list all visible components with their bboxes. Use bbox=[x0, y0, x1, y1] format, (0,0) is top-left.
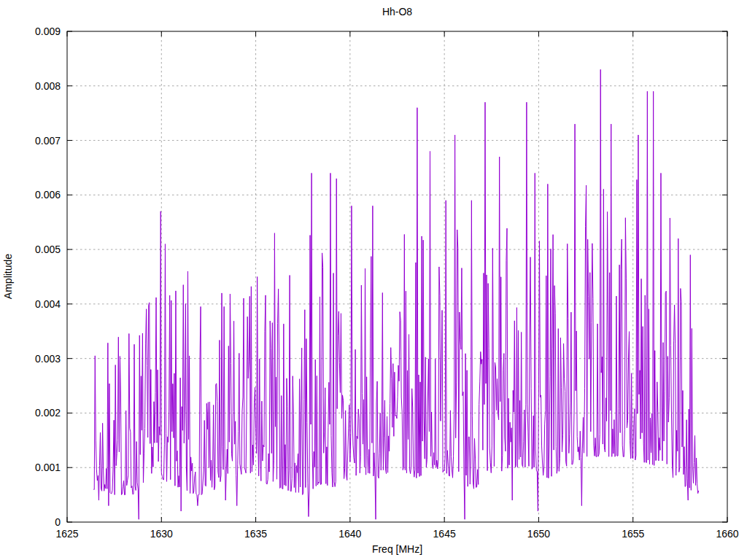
y-tick-label: 0.009 bbox=[35, 26, 61, 37]
y-tick-label: 0 bbox=[55, 516, 61, 528]
x-tick-label: 1645 bbox=[433, 528, 456, 540]
x-tick-label: 1655 bbox=[622, 528, 644, 540]
x-tick-label: 1660 bbox=[716, 528, 738, 540]
y-tick-label: 0.006 bbox=[35, 189, 61, 201]
spectrum-line bbox=[93, 69, 699, 519]
chart-canvas: Hh-O8 Amplitude Freq [MHz] 1625163016351… bbox=[0, 0, 747, 560]
y-tick-label: 0.005 bbox=[35, 244, 61, 255]
x-tick-label: 1635 bbox=[244, 528, 267, 540]
y-tick-label: 0.007 bbox=[35, 135, 61, 147]
y-tick-label: 0.003 bbox=[35, 353, 61, 365]
plot-area: 1625163016351640164516501655166000.0010.… bbox=[0, 0, 747, 560]
y-tick-label: 0.008 bbox=[35, 80, 61, 92]
y-tick-label: 0.002 bbox=[35, 407, 61, 419]
x-tick-label: 1625 bbox=[55, 528, 78, 540]
y-tick-label: 0.001 bbox=[35, 462, 61, 473]
y-tick-label: 0.004 bbox=[35, 298, 61, 310]
x-tick-label: 1650 bbox=[527, 528, 550, 540]
x-tick-label: 1640 bbox=[338, 528, 361, 540]
x-tick-label: 1630 bbox=[150, 528, 173, 540]
